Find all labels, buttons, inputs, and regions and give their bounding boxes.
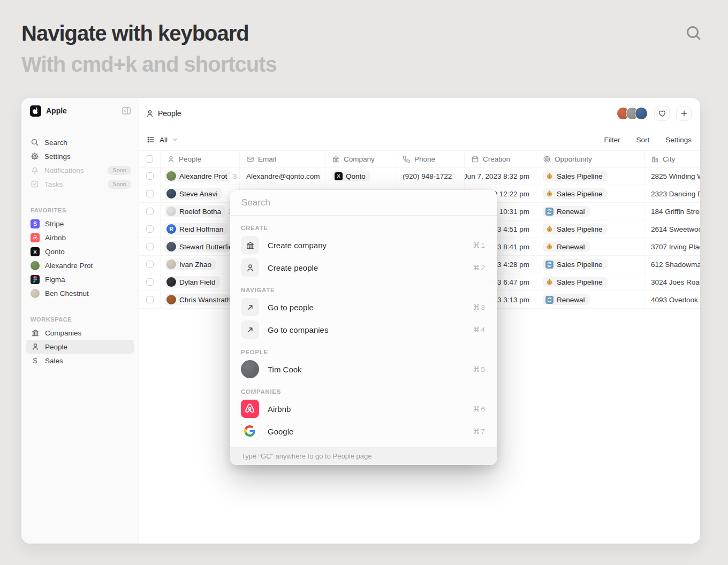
palette-item-tim-cook[interactable]: Tim Cook⌘5 xyxy=(241,358,486,380)
palette-item-google[interactable]: Google⌘7 xyxy=(241,420,486,442)
palette-item-create-people[interactable]: Create people⌘2 xyxy=(241,256,486,279)
palette-item-create-company[interactable]: Create company⌘1 xyxy=(241,234,486,256)
creation-cell[interactable]: Jun 7, 2023 8:32 pm xyxy=(465,167,536,185)
row-checkbox[interactable] xyxy=(146,190,154,197)
people-cell[interactable]: Chris Wanstrath xyxy=(161,291,240,308)
settings-button[interactable]: Settings xyxy=(665,136,692,144)
opportunity-chip[interactable]: Renewal xyxy=(543,294,590,305)
page-title: Navigate with keyboard xyxy=(21,21,249,45)
row-checkbox[interactable] xyxy=(146,261,154,268)
select-all-checkbox[interactable] xyxy=(146,155,153,163)
favorite-item-stripe[interactable]: SStripe xyxy=(26,217,134,231)
city-cell[interactable]: 2614 Sweetwoo xyxy=(644,220,700,238)
favorite-item-alexandre-prot[interactable]: Alexandre Prot xyxy=(26,258,134,272)
opportunity-chip[interactable]: $Sales Pipeline xyxy=(543,171,608,181)
opportunity-cell[interactable]: Renewal xyxy=(536,291,644,308)
filter-button[interactable]: Filter xyxy=(604,136,620,144)
people-cell[interactable]: Dylan Field xyxy=(161,273,240,291)
palette-item-go-to-companies[interactable]: Go to companies⌘4 xyxy=(241,318,486,341)
palette-item-go-to-people[interactable]: Go to people⌘3 xyxy=(241,296,486,318)
opportunity-cell[interactable]: $Sales Pipeline xyxy=(536,273,644,291)
person-chip[interactable]: Alexandre Prot xyxy=(165,170,230,182)
column-label: People xyxy=(179,155,201,163)
person-chip[interactable]: Chris Wanstrath xyxy=(165,294,230,306)
people-cell[interactable]: RReid Hoffman xyxy=(161,220,240,238)
people-cell[interactable]: Steve Anavi xyxy=(161,185,240,202)
search-icon[interactable] xyxy=(684,24,703,43)
opportunity-chip[interactable]: $Renewal xyxy=(543,241,590,252)
opportunity-chip[interactable]: $Sales Pipeline xyxy=(543,277,608,287)
favorite-item-figma[interactable]: Figma xyxy=(26,272,134,286)
opportunity-cell[interactable]: $Sales Pipeline xyxy=(536,220,644,238)
column-header-email[interactable]: Email xyxy=(240,151,325,167)
person-avatar xyxy=(166,295,176,304)
phone-cell[interactable]: (920) 948-1722 xyxy=(396,167,465,185)
person-chip[interactable]: Ivan Zhao xyxy=(165,258,216,270)
add-button[interactable] xyxy=(676,106,692,121)
palette-item-airbnb[interactable]: Airbnb⌘6 xyxy=(241,398,486,420)
city-cell[interactable]: 612 Shadowmar xyxy=(644,256,700,273)
palette-search-input[interactable]: Search xyxy=(230,190,497,216)
city-cell[interactable]: 2825 Winding W xyxy=(644,167,700,185)
column-header-company[interactable]: Company xyxy=(325,151,396,167)
person-chip[interactable]: Stewart Butterfield xyxy=(165,241,230,253)
opportunity-chip[interactable]: Renewal xyxy=(543,206,590,217)
column-header-creation[interactable]: Creation xyxy=(465,151,536,167)
row-checkbox[interactable] xyxy=(146,296,154,303)
person-chip[interactable]: Steve Anavi xyxy=(165,188,222,200)
person-chip[interactable]: Roelof Botha xyxy=(165,205,225,217)
table-row[interactable]: Alexandre Prot3Alexandre@qonto.comXQonto… xyxy=(139,167,700,185)
sidebar-item-settings[interactable]: Settings xyxy=(21,149,139,163)
favorite-item-qonto[interactable]: XQonto xyxy=(26,245,134,258)
company-cell[interactable]: XQonto xyxy=(325,167,396,185)
favorite-item-ben-chestnut[interactable]: Ben Chestnut xyxy=(26,286,134,300)
workspace-header[interactable]: Apple xyxy=(21,98,139,124)
opportunity-cell[interactable]: Sales Pipeline xyxy=(536,256,644,273)
company-chip[interactable]: XQonto xyxy=(332,171,370,181)
sidebar-item-notifications[interactable]: NotificationsSoon xyxy=(21,163,139,177)
people-cell[interactable]: Stewart Butterfield xyxy=(161,238,240,255)
sidebar-item-sales[interactable]: $Sales xyxy=(26,354,134,368)
opportunity-cell[interactable]: $Renewal xyxy=(536,238,644,255)
opportunity-cell[interactable]: $Sales Pipeline xyxy=(536,167,644,185)
column-header-phone[interactable]: Phone xyxy=(396,151,465,167)
email-cell[interactable]: Alexandre@qonto.com xyxy=(240,167,325,185)
city-cell[interactable]: 3024 Joes Road xyxy=(644,273,700,291)
column-header-opportunity[interactable]: Opportunity xyxy=(536,151,644,167)
view-switcher[interactable]: All xyxy=(147,135,178,144)
sort-button[interactable]: Sort xyxy=(636,136,649,144)
opportunity-chip[interactable]: $Sales Pipeline xyxy=(543,188,608,199)
favorite-button[interactable] xyxy=(654,106,670,121)
people-cell[interactable]: Ivan Zhao xyxy=(161,256,240,273)
row-checkbox[interactable] xyxy=(146,278,154,286)
row-checkbox[interactable] xyxy=(146,225,154,233)
member-avatars[interactable] xyxy=(617,107,648,120)
sidebar-item-people[interactable]: People xyxy=(26,340,134,354)
favorite-item-airbnb[interactable]: Airbnb xyxy=(26,231,134,245)
avatar xyxy=(31,261,40,270)
row-checkbox[interactable] xyxy=(146,243,154,250)
opportunity-cell[interactable]: Renewal xyxy=(536,203,644,220)
row-checkbox[interactable] xyxy=(146,172,154,180)
person-chip[interactable]: Dylan Field xyxy=(165,276,220,288)
row-checkbox[interactable] xyxy=(146,208,154,215)
column-header-city[interactable]: City xyxy=(644,151,700,167)
opportunity-chip[interactable]: $Sales Pipeline xyxy=(543,224,608,234)
breadcrumb[interactable]: People xyxy=(146,109,181,118)
opportunity-cell[interactable]: $Sales Pipeline xyxy=(536,185,644,202)
sidebar-item-search[interactable]: Search xyxy=(21,135,139,149)
city-cell[interactable]: 2323 Dancing D xyxy=(644,185,700,202)
sidebar-item-tasks[interactable]: TasksSoon xyxy=(21,177,139,191)
people-cell[interactable]: Roelof Botha1 xyxy=(161,203,240,220)
sidebar-item-companies[interactable]: Companies xyxy=(26,326,134,340)
person-chip[interactable]: RReid Hoffman xyxy=(165,223,228,235)
sidebar-collapse-icon[interactable] xyxy=(122,106,131,115)
city-cell[interactable]: 184 Griffin Stree xyxy=(644,203,700,220)
city-cell[interactable]: 4093 Overlook xyxy=(644,291,700,308)
people-cell[interactable]: Alexandre Prot3 xyxy=(161,167,240,185)
city-cell[interactable]: 3707 Irving Plac xyxy=(644,238,700,255)
opportunity-chip[interactable]: Sales Pipeline xyxy=(543,259,608,270)
comment-count: 3 xyxy=(233,172,237,180)
column-header-people[interactable]: People xyxy=(161,151,240,167)
person-avatar xyxy=(166,277,176,287)
